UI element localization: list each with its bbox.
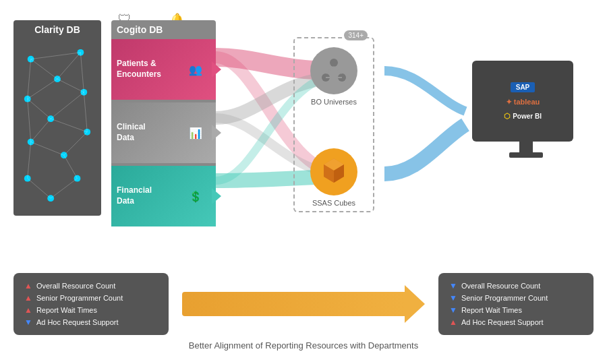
svg-line-25 <box>28 179 51 199</box>
big-arrow <box>182 287 425 321</box>
ssas-icon <box>317 155 351 189</box>
arrow-body <box>182 292 405 316</box>
before-metrics-box: ▲ Overall Resource Count ▲ Senior Progra… <box>13 273 169 335</box>
svg-line-35 <box>334 67 342 73</box>
diagram-area: Clarity DB <box>13 7 594 249</box>
after-metric-item-3: ▼ Report Wait Times <box>449 305 583 315</box>
metric-item-3: ▲ Report Wait Times <box>24 305 158 315</box>
svg-line-17 <box>28 99 51 119</box>
powerbi-badge: ⬡ Power BI <box>504 112 542 121</box>
after-metric-item-1: ▼ Overall Resource Count <box>449 281 583 291</box>
after-metric-text-4: Ad Hoc Request Support <box>461 318 544 326</box>
cogito-db-label: Cogito DB <box>111 20 216 39</box>
after-down-arrow-2: ▼ <box>449 293 457 303</box>
svg-line-24 <box>64 155 78 178</box>
svg-line-18 <box>51 92 84 119</box>
svg-line-34 <box>326 67 334 73</box>
svg-line-21 <box>64 132 87 155</box>
svg-line-28 <box>80 53 84 92</box>
patients-label: Patients &Encounters <box>117 59 161 80</box>
monitor-screen: SAP ✦ tableau ⬡ Power BI <box>472 61 573 142</box>
svg-point-31 <box>330 59 338 67</box>
financial-icon: 💲 <box>189 190 202 203</box>
after-metric-text-1: Overall Resource Count <box>461 282 540 290</box>
svg-line-22 <box>31 142 64 156</box>
financial-row: FinancialData 💲 <box>111 166 216 226</box>
after-down-arrow-3: ▼ <box>449 305 457 315</box>
svg-line-30 <box>28 99 31 142</box>
svg-line-27 <box>28 59 31 99</box>
monitor-stand <box>519 142 533 152</box>
svg-line-29 <box>51 119 87 132</box>
clinical-label: ClinicalData <box>117 122 146 143</box>
bo-icon <box>320 57 347 84</box>
after-metric-item-2: ▼ Senior Programmer Count <box>449 293 583 303</box>
metric-text-3: Report Wait Times <box>36 306 97 314</box>
bottom-section: ▲ Overall Resource Count ▲ Senior Progra… <box>0 273 607 351</box>
metric-text-1: Overall Resource Count <box>36 282 115 290</box>
svg-line-23 <box>28 142 31 179</box>
clinical-arrow <box>212 125 221 141</box>
count-badge: 314+ <box>344 30 368 40</box>
clinical-icon: 📊 <box>189 127 202 140</box>
svg-line-13 <box>31 59 57 80</box>
metric-text-4: Ad Hoc Request Support <box>36 318 119 326</box>
after-metric-text-3: Report Wait Times <box>461 306 522 314</box>
metric-text-2: Senior Programmer Count <box>36 294 123 302</box>
bo-universes-label: BO Universes <box>297 98 371 106</box>
after-down-arrow-1: ▼ <box>449 281 457 291</box>
main-container: Clarity DB <box>0 0 607 364</box>
sap-badge: SAP <box>511 82 536 92</box>
bo-universes-node <box>310 47 357 94</box>
svg-line-16 <box>57 79 84 92</box>
clarity-db-box: Clarity DB <box>13 20 101 216</box>
svg-line-12 <box>31 53 81 59</box>
metric-item-1: ▲ Overall Resource Count <box>24 281 158 291</box>
bi-tools-monitor: SAP ✦ tableau ⬡ Power BI <box>472 61 580 175</box>
arrow-head <box>405 285 425 323</box>
after-metrics-box: ▼ Overall Resource Count ▼ Senior Progra… <box>438 273 594 335</box>
up-arrow-2: ▲ <box>24 293 32 303</box>
svg-line-26 <box>51 179 77 199</box>
financial-arrow <box>212 188 221 204</box>
up-arrow-1: ▲ <box>24 281 32 291</box>
tableau-badge: ✦ tableau <box>506 98 540 107</box>
down-arrow-4: ▼ <box>24 317 32 327</box>
patients-arrow <box>212 61 221 78</box>
svg-line-19 <box>84 92 87 132</box>
after-up-arrow-4: ▲ <box>449 317 457 327</box>
clinical-row: ClinicalData 📊 <box>111 102 216 163</box>
after-metric-item-4: ▲ Ad Hoc Request Support <box>449 317 583 327</box>
clarity-db-label: Clarity DB <box>18 24 97 35</box>
clarity-network-svg <box>18 38 97 213</box>
financial-label: FinancialData <box>117 185 152 206</box>
patients-icon: 👥 <box>189 63 202 76</box>
svg-line-15 <box>28 79 57 98</box>
metric-item-2: ▲ Senior Programmer Count <box>24 293 158 303</box>
ssas-cubes-label: SSAS Cubes <box>297 199 371 207</box>
monitor-base <box>509 152 543 158</box>
svg-line-20 <box>31 119 51 142</box>
metrics-row: ▲ Overall Resource Count ▲ Senior Progra… <box>13 273 594 335</box>
ssas-cubes-node <box>310 148 357 195</box>
after-metric-text-2: Senior Programmer Count <box>461 294 548 302</box>
up-arrow-3: ▲ <box>24 305 32 315</box>
svg-line-14 <box>57 53 80 79</box>
metric-item-4: ▼ Ad Hoc Request Support <box>24 317 158 327</box>
cogito-db-box: Cogito DB Patients &Encounters 👥 Clinica… <box>111 20 216 216</box>
patients-row: Patients &Encounters 👥 <box>111 39 216 100</box>
bottom-label: Better Alignment of Reporting Resources … <box>189 340 418 351</box>
